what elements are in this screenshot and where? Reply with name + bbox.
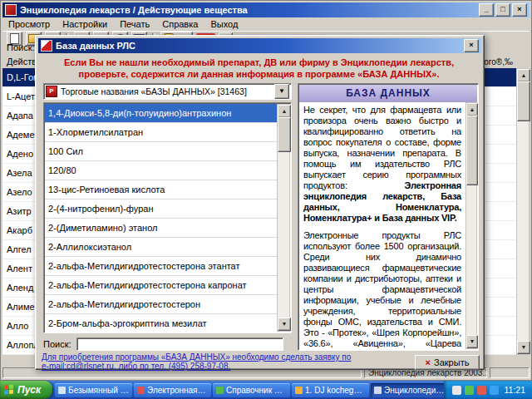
- rls-book-icon: Р: [46, 86, 57, 97]
- menu-item[interactable]: Настройки: [62, 19, 107, 29]
- task-app-icon: [374, 387, 382, 394]
- tray-icon[interactable]: [465, 386, 474, 395]
- close-icon[interactable]: ×: [512, 3, 527, 17]
- menu-item[interactable]: Просмотр: [8, 19, 50, 29]
- list-item[interactable]: 2-Бром-альфа-эргокриптина мезилат: [45, 314, 277, 332]
- info-panel-scrollbar: ▲ ▼: [466, 102, 477, 349]
- windows-flag-icon: [4, 384, 14, 395]
- listbox-items: 1,4-Диокси-5,8-ди(п-толуидино)антрахинон…: [45, 104, 277, 332]
- scrollbar-thumb[interactable]: [466, 116, 478, 185]
- taskbar-task-button[interactable]: Безымянный - Блокнот: [55, 383, 132, 397]
- scroll-down-icon[interactable]: ▼: [278, 318, 291, 331]
- list-item[interactable]: 1,4-Диокси-5,8-ди(п-толуидино)антрахинон: [45, 104, 277, 123]
- scrollbar-thumb[interactable]: [517, 81, 530, 121]
- close-button-label: Закрыть: [434, 357, 469, 367]
- info-paragraph-2: Электронные продукты РЛС используют боле…: [303, 230, 461, 349]
- taskbar-task-button[interactable]: 1. DJ kochegar Serega - ...: [292, 383, 369, 397]
- listbox-scrollbar: ▲ ▼: [277, 104, 290, 332]
- list-item[interactable]: 2-Аллилоксиэтанол: [45, 238, 277, 257]
- info-panel-header: БАЗА ДАННЫХ: [299, 85, 477, 102]
- start-button[interactable]: Пуск: [0, 381, 52, 399]
- list-item[interactable]: 13-цис-Ретиноевая кислота: [45, 180, 277, 200]
- app-icon: [5, 4, 17, 16]
- list-item[interactable]: 2-(Диметиламино) этанол: [45, 219, 277, 238]
- tray-icon[interactable]: [490, 386, 499, 395]
- taskbar-tasks: Безымянный - Блокнот Электронная энцикл.…: [52, 383, 443, 397]
- app-titlebar[interactable]: Энциклопедия лекарств / Действующие веще…: [2, 2, 530, 17]
- scroll-up-icon[interactable]: ▲: [517, 69, 530, 82]
- dialog-icon: [41, 40, 52, 52]
- list-item[interactable]: 1-Хлорметилсилатран: [45, 123, 277, 142]
- list-item[interactable]: 100 Сил: [45, 142, 277, 161]
- trade-names-listbox: 1,4-Диокси-5,8-ди(п-толуидино)антрахинон…: [43, 102, 292, 333]
- scrollbar-thumb[interactable]: [278, 117, 291, 152]
- task-app-icon: [137, 387, 145, 394]
- menu-item[interactable]: Справка: [162, 19, 198, 29]
- maximize-icon[interactable]: □: [495, 3, 510, 17]
- status-panel: [490, 367, 530, 378]
- close-button[interactable]: × Закрыть: [415, 355, 480, 370]
- rls-database-dialog: База данных РЛС × Если Вы не нашли необх…: [35, 35, 485, 370]
- taskbar-task-button[interactable]: Электронная энцикл...: [134, 383, 211, 397]
- scroll-up-icon[interactable]: ▲: [466, 103, 478, 116]
- task-app-icon: [216, 387, 224, 394]
- tray-icon[interactable]: [477, 386, 486, 395]
- taskbar-task-button[interactable]: Энциклопедия лека...: [371, 383, 443, 397]
- info-paragraph-1: Не секрет, что для фармацевта или провиз…: [303, 105, 461, 224]
- dialog-search-label: Поиск:: [43, 339, 71, 349]
- task-app-icon: [295, 387, 303, 394]
- scroll-up-icon[interactable]: ▲: [278, 105, 291, 118]
- start-label: Пуск: [17, 384, 41, 396]
- menu-bar: ПросмотрНастройкиПечатьСправкаВыход: [2, 18, 530, 29]
- category-combobox[interactable]: Р Торговые названия «БАЗЫ ДАННЫХ» [31463…: [43, 83, 292, 100]
- list-item[interactable]: 2-(4-нитрофенил)-фуран: [45, 200, 277, 219]
- info-panel-text: Не секрет, что для фармацевта или провиз…: [299, 102, 466, 349]
- menu-item[interactable]: Печать: [120, 19, 150, 29]
- dialog-warning-text: Если Вы не нашли необходимый препарат, Д…: [46, 57, 472, 80]
- search-label: Поиск:: [7, 42, 35, 52]
- app-title: Энциклопедия лекарств / Действующие веще…: [20, 5, 475, 15]
- list-item[interactable]: 2-альфа-Метилдигидротестостерона этантат: [45, 257, 277, 276]
- tray-icon[interactable]: [452, 386, 461, 395]
- combobox-value: Торговые названия «БАЗЫ ДАННЫХ» [31463]: [61, 86, 271, 96]
- list-item[interactable]: 120/80: [45, 161, 277, 180]
- taskbar: Пуск Безымянный - Блокнот Электронная эн…: [0, 381, 532, 399]
- menu-item[interactable]: Выход: [210, 19, 238, 29]
- clock: 11:21: [505, 385, 526, 395]
- list-item[interactable]: 2-альфа-Метилдигидротестостерона капрона…: [45, 276, 277, 295]
- taskbar-task-button[interactable]: Справочник лекарст...: [213, 383, 290, 397]
- info-panel: БАЗА ДАННЫХ Не секрет, что для фармацевт…: [298, 83, 479, 351]
- minimize-icon[interactable]: _: [479, 3, 494, 17]
- dialog-titlebar[interactable]: База данных РЛС ×: [38, 38, 481, 53]
- task-app-icon: [58, 387, 66, 394]
- dialog-title: База данных РЛС: [56, 41, 461, 51]
- red-x-icon: ×: [426, 358, 431, 367]
- dialog-search-input[interactable]: [76, 337, 283, 351]
- list-item[interactable]: 2-альфа-Метилдигидротестостерон: [45, 295, 277, 314]
- dialog-close-icon[interactable]: ×: [464, 39, 479, 52]
- dialog-search-row: Поиск:: [43, 337, 283, 352]
- window-controls: _ □ ×: [479, 3, 527, 17]
- main-scrollbar: ▲ ▼: [516, 68, 530, 355]
- combobox-dropdown-icon[interactable]: ▼: [274, 84, 289, 99]
- system-tray: 11:21: [444, 381, 532, 399]
- scroll-down-icon[interactable]: ▼: [517, 341, 530, 354]
- order-link[interactable]: Для приобретения программы «БАЗА ДАННЫХ»…: [42, 352, 356, 371]
- scroll-down-icon[interactable]: ▼: [466, 335, 478, 348]
